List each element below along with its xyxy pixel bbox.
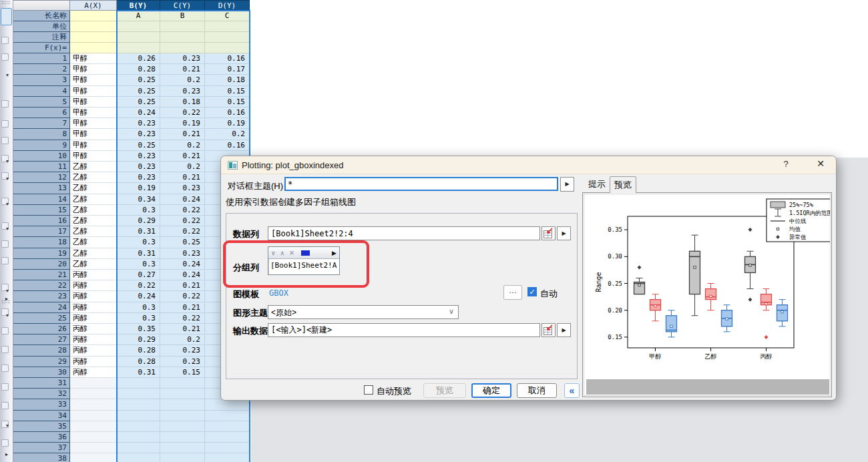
group-cell[interactable]: 甲醇 (70, 97, 117, 107)
empty-cell[interactable] (117, 443, 160, 453)
value-cell[interactable]: 0.28 (117, 64, 160, 75)
value-cell[interactable]: 0.22 (160, 291, 205, 302)
value-cell[interactable]: 0.25 (117, 86, 160, 97)
value-cell[interactable]: 0.31 (117, 367, 160, 378)
value-cell[interactable]: 0.24 (160, 259, 205, 270)
label-cell[interactable] (205, 32, 250, 43)
value-cell[interactable]: 0.21 (160, 129, 205, 140)
clipped-icon[interactable] (1, 37, 9, 44)
value-cell[interactable]: 0.19 (205, 118, 250, 129)
dialog-theme-input[interactable] (284, 177, 558, 191)
row-header[interactable]: 15 (13, 205, 70, 216)
template-browse-button[interactable]: … (503, 285, 522, 300)
output-data-flyout-button[interactable]: ▶ (557, 323, 571, 337)
value-cell[interactable]: 0.25 (117, 140, 160, 151)
group-cell[interactable]: 丙醇 (70, 313, 117, 324)
dropdown-arrow-icon[interactable]: ▾ (6, 158, 9, 164)
group-cell[interactable]: 丙醇 (70, 367, 117, 378)
value-cell[interactable]: 0.24 (117, 107, 160, 118)
group-cell[interactable]: 乙醇 (70, 248, 117, 259)
label-cell[interactable] (70, 32, 117, 43)
value-cell[interactable]: 0.19 (117, 183, 160, 194)
value-cell[interactable]: 0.23 (160, 357, 205, 367)
empty-cell[interactable] (160, 399, 205, 410)
flyout-arrow-icon[interactable]: ▶ (332, 250, 337, 256)
template-auto-checkbox[interactable]: ✓ (527, 287, 537, 296)
close-button[interactable]: ✕ (813, 158, 829, 172)
output-data-input[interactable] (268, 323, 540, 337)
empty-cell[interactable] (117, 378, 160, 389)
clipped-icon[interactable] (1, 439, 9, 447)
value-cell[interactable]: 0.23 (160, 183, 205, 194)
group-cell[interactable]: 乙醇 (70, 226, 117, 237)
value-cell[interactable]: 0.23 (160, 345, 205, 356)
value-cell[interactable]: 0.21 (160, 324, 205, 334)
row-header[interactable]: 14 (13, 194, 70, 205)
value-cell[interactable]: 0.2 (205, 129, 250, 140)
value-cell[interactable]: 0.3 (117, 259, 160, 270)
group-cell[interactable]: 甲醇 (70, 86, 117, 97)
empty-cell[interactable] (205, 399, 250, 410)
empty-cell[interactable] (205, 421, 250, 432)
move-up-icon[interactable]: ∧ (280, 250, 285, 256)
group-cell[interactable]: 乙醇 (70, 194, 117, 205)
value-cell[interactable]: 0.16 (205, 107, 250, 118)
clipped-icon[interactable] (1, 402, 9, 409)
clipped-icon[interactable] (1, 257, 9, 264)
row-header[interactable]: 32 (13, 389, 70, 399)
row-header[interactable]: 13 (13, 183, 70, 194)
data-column-input[interactable] (268, 226, 540, 240)
empty-cell[interactable] (70, 421, 117, 432)
empty-cell[interactable] (160, 443, 205, 453)
empty-cell[interactable] (70, 453, 117, 462)
dropdown-arrow-icon[interactable]: ▾ (6, 312, 9, 318)
value-cell[interactable]: 0.25 (117, 97, 160, 107)
empty-cell[interactable] (117, 453, 160, 462)
value-cell[interactable]: 0.31 (117, 226, 160, 237)
value-cell[interactable]: 0.2 (160, 140, 205, 151)
empty-cell[interactable] (70, 389, 117, 399)
group-cell[interactable]: 甲醇 (70, 64, 117, 75)
value-cell[interactable]: 0.22 (160, 205, 205, 216)
group-cell[interactable]: 乙醇 (70, 259, 117, 270)
toolbar-grip[interactable] (2, 302, 10, 304)
value-cell[interactable]: 0.28 (117, 345, 160, 356)
row-header[interactable]: 38 (13, 453, 70, 462)
group-cell[interactable]: 乙醇 (70, 162, 117, 172)
empty-cell[interactable] (117, 389, 160, 399)
value-cell[interactable]: 0.16 (205, 140, 250, 151)
clipped-icon[interactable] (1, 346, 9, 353)
value-cell[interactable]: 0.17 (205, 64, 250, 75)
tab-hint[interactable]: 提示 (586, 178, 608, 192)
empty-cell[interactable] (160, 411, 205, 421)
row-header[interactable]: 26 (13, 324, 70, 334)
label-cell[interactable]: B (160, 11, 205, 21)
row-header[interactable]: 36 (13, 432, 70, 443)
row-label-header[interactable]: 长名称 (13, 11, 70, 21)
tab-preview[interactable]: 预览 (610, 176, 636, 193)
label-cell[interactable] (160, 21, 205, 32)
value-cell[interactable]: 0.27 (117, 270, 160, 280)
value-cell[interactable]: 0.23 (117, 172, 160, 183)
label-cell[interactable] (70, 21, 117, 32)
data-column-select-button[interactable] (541, 226, 556, 240)
row-header[interactable]: 25 (13, 313, 70, 324)
group-cell[interactable]: 乙醇 (70, 172, 117, 183)
graph-theme-dropdown[interactable]: <原始> ∨ (268, 305, 459, 319)
auto-preview-checkbox[interactable] (364, 385, 373, 395)
empty-cell[interactable] (160, 432, 205, 443)
row-header[interactable]: 18 (13, 237, 70, 248)
label-cell[interactable] (205, 21, 250, 32)
clipped-icon[interactable] (1, 365, 9, 372)
empty-cell[interactable] (205, 443, 250, 453)
label-cell[interactable] (160, 32, 205, 43)
row-header[interactable]: 6 (13, 107, 70, 118)
worksheet-grid[interactable]: A(X)B(Y)C(Y)D(Y)长名称ABC单位注释F(x)=1甲醇0.260.… (13, 0, 251, 462)
row-header[interactable]: 16 (13, 216, 70, 226)
empty-cell[interactable] (160, 453, 205, 462)
group-cell[interactable]: 甲醇 (70, 107, 117, 118)
row-header[interactable]: 19 (13, 248, 70, 259)
label-cell[interactable] (117, 21, 160, 32)
group-cell[interactable]: 乙醇 (70, 183, 117, 194)
value-cell[interactable]: 0.21 (160, 172, 205, 183)
